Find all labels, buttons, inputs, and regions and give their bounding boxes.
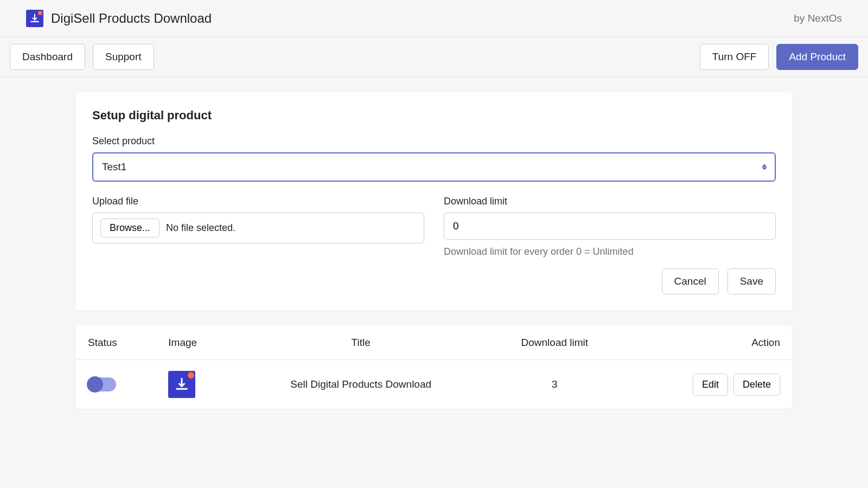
download-limit-help: Download limit for every order 0 = Unlim…: [444, 246, 776, 258]
row-download-limit: 3: [486, 360, 623, 409]
toolbar: Dashboard Support Turn OFF Add Product: [0, 37, 868, 77]
toggle-knob-icon: [87, 376, 103, 393]
upload-file-input[interactable]: Browse... No file selected.: [92, 213, 424, 243]
app-header: DigiSell Products Download by NextOs: [0, 0, 868, 37]
delete-button[interactable]: Delete: [733, 374, 780, 396]
header-left: DigiSell Products Download: [26, 10, 212, 27]
th-action: Action: [623, 326, 792, 360]
products-table-card: Status Image Title Download limit Action: [76, 326, 792, 409]
table-row: Sell Digital Products Download 3 Edit De…: [76, 360, 792, 409]
app-title: DigiSell Products Download: [51, 11, 212, 26]
dashboard-button[interactable]: Dashboard: [10, 44, 85, 70]
th-title: Title: [236, 326, 486, 360]
setup-title: Setup digital product: [92, 108, 776, 123]
browse-button[interactable]: Browse...: [100, 219, 159, 237]
app-logo-icon: [26, 10, 43, 27]
select-product-label: Select product: [92, 136, 776, 147]
setup-card: Setup digital product Select product Upl…: [76, 92, 792, 311]
download-limit-label: Download limit: [444, 196, 776, 207]
save-button[interactable]: Save: [727, 268, 776, 294]
product-image-icon: [168, 371, 195, 398]
file-status-text: No file selected.: [166, 222, 235, 234]
th-download-limit: Download limit: [486, 326, 623, 360]
th-status: Status: [76, 326, 156, 360]
th-image: Image: [156, 326, 236, 360]
products-table: Status Image Title Download limit Action: [76, 326, 792, 409]
download-limit-input[interactable]: [444, 213, 776, 240]
add-product-button[interactable]: Add Product: [776, 44, 858, 70]
upload-file-label: Upload file: [92, 196, 424, 207]
cancel-button[interactable]: Cancel: [662, 268, 719, 294]
select-product-input[interactable]: [92, 152, 776, 182]
status-toggle[interactable]: [88, 377, 116, 391]
support-button[interactable]: Support: [93, 44, 154, 70]
edit-button[interactable]: Edit: [693, 374, 728, 396]
by-text: by NextOs: [794, 12, 842, 24]
row-title: Sell Digital Products Download: [236, 360, 486, 409]
select-product-wrap[interactable]: [92, 152, 776, 182]
turn-off-button[interactable]: Turn OFF: [700, 44, 769, 70]
